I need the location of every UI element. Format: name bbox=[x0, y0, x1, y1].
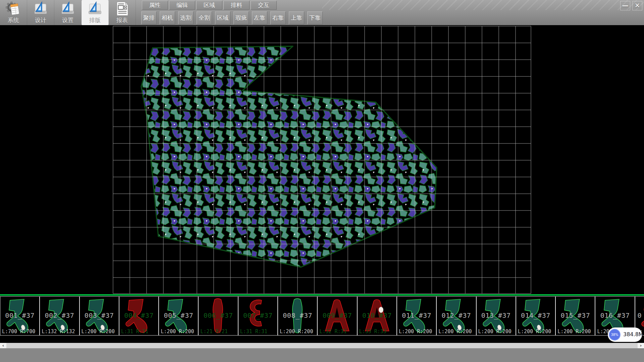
design-icon bbox=[82, 1, 108, 17]
ribbon-icon-label: 报表 bbox=[109, 16, 136, 24]
piece-shape bbox=[557, 298, 593, 334]
piece-shape bbox=[478, 298, 514, 334]
ribbon-icon-label: 系统 bbox=[0, 16, 27, 24]
piece-shape bbox=[81, 298, 117, 334]
piece-thumbnail-11[interactable]: 011_#37L:200 R:200 bbox=[397, 296, 436, 336]
piece-shape bbox=[398, 298, 435, 334]
horizontal-scrollbar[interactable]: ‹ › bbox=[0, 343, 644, 348]
piece-thumbnail-13[interactable]: 013_#37L:200 R:200 bbox=[476, 296, 516, 336]
close-icon[interactable]: ✕ bbox=[632, 1, 642, 10]
tool-button-4[interactable]: 全割 bbox=[197, 11, 212, 24]
strip-accent-line bbox=[0, 294, 644, 296]
tool-button-10[interactable]: 下靠 bbox=[307, 11, 323, 24]
tool-button-9[interactable]: 上靠 bbox=[289, 11, 304, 24]
piece-thumbnail-7[interactable]: 007_#37L:31 R:31 bbox=[238, 296, 278, 336]
report-icon bbox=[109, 1, 136, 17]
tool-button-3[interactable]: 选割 bbox=[178, 11, 194, 24]
ribbon-icon-button-4[interactable]: 排版 bbox=[82, 0, 109, 25]
system-icon bbox=[0, 1, 27, 17]
piece-thumbnail-3[interactable]: 003_#37L:200 R:200 bbox=[79, 296, 119, 336]
piece-thumbnail-15[interactable]: 015_#37L:200 R:200 bbox=[555, 296, 595, 336]
status-bar bbox=[0, 348, 644, 362]
tool-button-1[interactable]: 聚排 bbox=[141, 11, 157, 24]
piece-thumbnail-4[interactable]: 004_#37L:31 R:31 bbox=[119, 296, 159, 336]
tool-button-5[interactable]: 区域 bbox=[215, 11, 230, 24]
tool-button-7[interactable]: 左靠 bbox=[252, 11, 267, 24]
piece-shape bbox=[438, 298, 474, 334]
ribbon-icon-label: 排版 bbox=[82, 16, 108, 24]
memory-value: 384.8M bbox=[623, 331, 643, 338]
piece-shape bbox=[239, 298, 276, 334]
window-controls: — ✕ bbox=[620, 1, 642, 10]
menu-tab-3[interactable]: 区域 bbox=[196, 1, 222, 10]
piece-shape bbox=[359, 298, 395, 334]
piece-shape bbox=[41, 298, 77, 334]
piece-thumbnail-strip: 001_#37L:700 R:700002_#37L:132 R:132003_… bbox=[0, 294, 644, 336]
nesting-canvas[interactable] bbox=[0, 25, 644, 294]
ribbon-icon-button-3[interactable]: 设置 bbox=[54, 0, 82, 25]
icon-button-bar: 系统设计设置排版报表 bbox=[0, 0, 136, 25]
piece-shape bbox=[517, 298, 554, 334]
ribbon-icon-button-1[interactable]: 系统 bbox=[0, 0, 27, 25]
piece-thumbnail-10[interactable]: 010_#37L:33 R:33 bbox=[357, 296, 397, 336]
piece-shape bbox=[1, 298, 38, 334]
ribbon-icon-button-2[interactable]: 设计 bbox=[27, 0, 54, 25]
menu-tab-2[interactable]: 编辑 bbox=[169, 1, 195, 10]
piece-shape bbox=[200, 298, 236, 334]
piece-thumbnail-8[interactable]: 008_#37L:200 R:200 bbox=[278, 296, 317, 336]
piece-thumbnail-9[interactable]: 009_#37L:32 R:31 bbox=[317, 296, 357, 336]
toolbar-hatch-texture bbox=[322, 0, 644, 10]
ribbon-icon-label: 设计 bbox=[27, 16, 54, 24]
piece-thumbnail-14[interactable]: 014_#37L:200 R:200 bbox=[516, 296, 555, 336]
thumbnail-cells: 001_#37L:700 R:700002_#37L:132 R:132003_… bbox=[0, 296, 644, 336]
ribbon-icon-label: 设置 bbox=[54, 16, 81, 24]
menu-tab-row: 属性编辑区域排料交互 bbox=[142, 1, 277, 10]
minimize-icon[interactable]: — bbox=[620, 1, 630, 10]
piece-thumbnail-5[interactable]: 005_#37L:200 R:200 bbox=[159, 296, 198, 336]
ribbon-toolbar: 系统设计设置排版报表 属性编辑区域排料交互 聚排相机选割全割区域瑕疵左靠右靠上靠… bbox=[0, 0, 644, 25]
piece-shape bbox=[160, 298, 197, 334]
piece-thumbnail-12[interactable]: 012_#37L:200 R:200 bbox=[436, 296, 476, 336]
piece-shape bbox=[120, 298, 157, 334]
tool-button-6[interactable]: 瑕疵 bbox=[233, 11, 249, 24]
piece-thumbnail-1[interactable]: 001_#37L:700 R:700 bbox=[0, 296, 40, 336]
design-icon bbox=[27, 1, 54, 17]
scroll-left-icon[interactable]: ‹ bbox=[0, 343, 6, 348]
memory-progress-badge: 38% 384.8M bbox=[608, 327, 642, 342]
menu-tab-4[interactable]: 排料 bbox=[223, 1, 250, 10]
nest-layout-drawing bbox=[0, 25, 644, 294]
tool-button-2[interactable]: 相机 bbox=[160, 11, 175, 24]
scroll-right-icon[interactable]: › bbox=[638, 343, 644, 348]
menu-tab-5[interactable]: 交互 bbox=[251, 1, 277, 10]
piece-shape bbox=[279, 298, 316, 334]
design-icon bbox=[54, 1, 81, 17]
progress-circle: 38% bbox=[609, 329, 621, 341]
tool-button-row: 聚排相机选割全割区域瑕疵左靠右靠上靠下靠 bbox=[141, 11, 323, 24]
piece-shape bbox=[319, 298, 355, 334]
piece-thumbnail-6[interactable]: 006_#37L:21 R:21 bbox=[198, 296, 238, 336]
tool-button-8[interactable]: 右靠 bbox=[270, 11, 286, 24]
menu-tab-1[interactable]: 属性 bbox=[142, 1, 168, 10]
piece-thumbnail-2[interactable]: 002_#37L:132 R:132 bbox=[40, 296, 79, 336]
ribbon-icon-button-5[interactable]: 报表 bbox=[109, 0, 136, 25]
